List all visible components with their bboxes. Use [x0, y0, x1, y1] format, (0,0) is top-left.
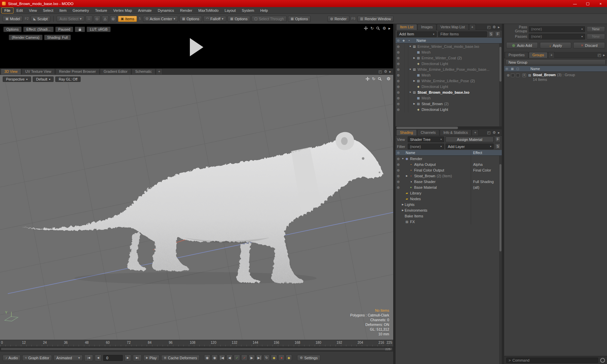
current-frame-field[interactable]: 0 [103, 355, 123, 361]
eye-icon[interactable]: ◎ [396, 169, 401, 172]
sculpt-button[interactable]: ◣Sculpt [31, 16, 50, 22]
discard-button[interactable]: ×Discard [573, 42, 605, 49]
shader-tree-row[interactable]: ◎ ▼ ◉ Render [396, 156, 502, 161]
render-window-button[interactable]: ▥Render Window [357, 16, 394, 22]
loop-icon[interactable]: ↻ [263, 355, 270, 361]
action-center-options-button[interactable]: ▦Options [179, 16, 202, 22]
menu-item[interactable]: MaxToModo [195, 7, 222, 13]
falloff-options-button[interactable]: ▦Options [228, 16, 250, 22]
menu-item[interactable]: Select [40, 7, 56, 13]
item-tree-row[interactable]: ◎ ◈ Directional Light [396, 107, 502, 112]
viewport-tab[interactable]: UV Texture View [22, 68, 55, 74]
menu-item[interactable]: Geometry [69, 7, 92, 13]
rotate-icon[interactable]: ↻ [370, 26, 374, 31]
model-layout-button[interactable]: ▣Model [3, 16, 23, 22]
new-group-button[interactable]: New Group [505, 59, 606, 65]
render-button[interactable]: ◍Render [327, 16, 349, 22]
effect-cell[interactable] [471, 156, 502, 161]
expander-icon[interactable]: ▶ [412, 57, 416, 59]
item-tree-scrollbar[interactable] [499, 43, 502, 126]
expander-icon[interactable]: ▶ [412, 102, 416, 105]
panel-tab[interactable]: Channels [417, 129, 439, 135]
key-icon[interactable]: ◆ [271, 355, 277, 361]
expand-icon[interactable]: ◰ [487, 130, 490, 135]
effect-cell[interactable] [471, 202, 502, 207]
effect-cell[interactable] [471, 190, 502, 196]
step-fwd-icon[interactable]: ▶ [249, 355, 255, 361]
falloff-dropdown[interactable]: ◠Falloff▾ [203, 16, 226, 22]
panel-tab[interactable]: Shading [396, 129, 417, 135]
eye-icon[interactable]: ◎ [396, 45, 401, 48]
shader-tree-row[interactable]: ◎ ▶ ▪ Stoat_Brown (2) (Item) ▾ [396, 173, 502, 179]
pass-groups-dropdown[interactable]: (none)▾ [529, 26, 585, 32]
preview-shading-button[interactable]: Shading: Full [44, 35, 71, 40]
shader-tree-row[interactable]: ◎ ● Base Material (all) ▾ [396, 184, 502, 190]
panel-tab[interactable]: Images [417, 24, 436, 30]
mode-center-button[interactable]: ◎ [110, 16, 117, 22]
perspective-dropdown[interactable]: Perspective▾ [3, 77, 31, 82]
menu-item[interactable]: File [1, 7, 13, 13]
expander-icon[interactable]: ▼ [408, 91, 412, 93]
menu-item[interactable]: Animate [135, 7, 154, 13]
magnifier-icon[interactable] [378, 77, 382, 81]
auto-select-dropdown[interactable]: Auto Select▾ [57, 16, 84, 22]
panel-divider[interactable] [502, 24, 504, 364]
shader-tree-row[interactable]: ▨ FX [396, 219, 502, 224]
item-tree-row[interactable]: ◎ ▶ ▧ White_Ermine_Lifelike_Pose (2) [396, 78, 502, 84]
preview-camera-button[interactable]: (Render Camera) [9, 35, 42, 40]
eye-icon[interactable]: ◎ [396, 68, 401, 71]
name-column-header[interactable]: Name [530, 67, 540, 71]
effect-cell[interactable]: Full Shading ▾ [471, 179, 502, 184]
chevron-right-icon[interactable]: ▸ [388, 26, 391, 31]
group-toggle-cell[interactable] [511, 73, 515, 77]
preview-play-button[interactable] [190, 38, 203, 56]
menu-item[interactable]: Item [56, 7, 69, 13]
item-tree-row[interactable]: ◎ ▦ Mesh [396, 72, 502, 78]
filter-button[interactable]: F [495, 136, 500, 142]
effect-cell[interactable] [471, 219, 502, 224]
expander-icon[interactable]: ▶ [412, 80, 416, 82]
add-item-dropdown[interactable]: Add Item▾ [397, 31, 437, 37]
scope-button[interactable]: S [495, 144, 500, 149]
panel-tab[interactable]: Vertex Map List [437, 24, 468, 30]
eye-icon[interactable]: ◎ [396, 51, 401, 54]
item-tree-row[interactable]: ◎ ▶ ▧ Ermine_Winter_Coat (2) [396, 55, 502, 61]
chevron-right-icon[interactable]: ▸ [603, 53, 605, 57]
eye-icon[interactable]: ◎ [396, 79, 401, 83]
add-panel-tab-button[interactable]: + [469, 24, 476, 30]
select-through-button[interactable]: ▢Select Through [252, 16, 287, 22]
preview-lock-button[interactable] [75, 27, 85, 32]
add-viewport-tab-button[interactable]: + [156, 68, 163, 74]
skip-to-start-button[interactable]: |◀ [84, 355, 93, 361]
menu-item[interactable]: Vertex Map [110, 7, 135, 13]
shader-tree-row[interactable]: ▶ Lights [396, 202, 502, 207]
rotate-icon[interactable]: ↻ [372, 77, 375, 81]
select-through-options-button[interactable]: ▦Options [288, 16, 311, 22]
menu-item[interactable]: Texture [92, 7, 110, 13]
stoat-model[interactable] [22, 132, 382, 282]
preview-lut-button[interactable]: LUT: sRGB [87, 27, 111, 32]
close-button[interactable]: × [594, 0, 607, 7]
timeline[interactable]: 0122436486072849610812013214415616818019… [0, 340, 393, 351]
eye-icon[interactable]: ◎ [396, 163, 401, 166]
eye-icon[interactable]: ◎ [396, 56, 401, 60]
effect-cell[interactable]: (all) ▾ [471, 184, 502, 190]
new-pass-button[interactable]: New [587, 34, 605, 39]
shader-tree-row[interactable]: ▰ Nodes [396, 196, 502, 202]
effect-cell[interactable] [471, 207, 502, 213]
macro-record-icon[interactable] [600, 358, 605, 363]
skip-to-end-button[interactable]: ▶| [133, 355, 142, 361]
eye-icon[interactable]: ◎ [396, 73, 401, 77]
apply-button[interactable]: ↓Apply [540, 42, 572, 49]
menu-item[interactable]: System [239, 7, 257, 13]
step-back-button[interactable]: ◀ [95, 355, 102, 361]
item-tree-row[interactable]: ◎ ◈ Directional Light [396, 84, 502, 89]
eye-icon[interactable]: ◎ [396, 180, 401, 183]
item-tree-row[interactable]: ◎ ▦ Mesh [396, 49, 502, 55]
graph-editor-button[interactable]: ≈Graph Editor [22, 355, 52, 361]
prev-key-icon[interactable]: |◀ [219, 355, 225, 361]
item-tree-row[interactable]: ◎ ▼ ▤ Ermine_Winter_Coat_modo_base.lxo [396, 43, 502, 49]
effect-cell[interactable]: Final Color ▾ [471, 167, 502, 173]
mode-vertices-button[interactable]: ∴ [86, 16, 92, 22]
expand-icon[interactable]: ◰ [487, 25, 490, 29]
